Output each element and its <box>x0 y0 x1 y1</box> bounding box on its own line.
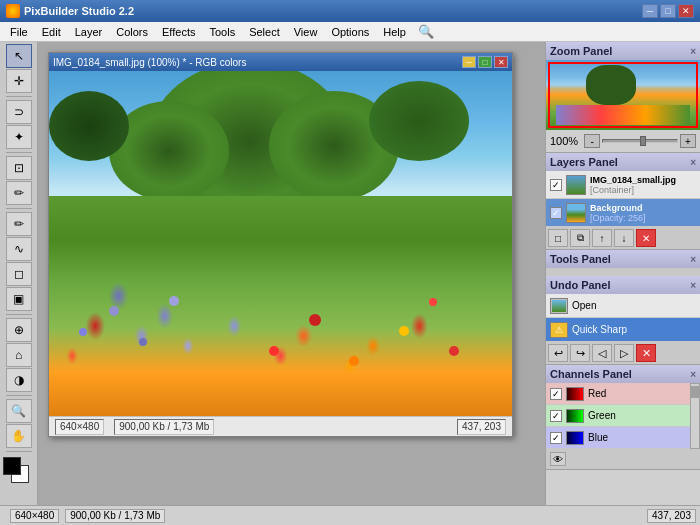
image-status-bar: 640×480 900,00 Kb / 1,73 Mb 437, 203 <box>49 416 512 436</box>
garden-image <box>49 71 512 416</box>
channel-row-red[interactable]: ✓ Red <box>546 383 690 405</box>
clear-history-btn[interactable]: ✕ <box>636 344 656 362</box>
duplicate-layer-btn[interactable]: ⧉ <box>570 229 590 247</box>
blue-channel-check[interactable]: ✓ <box>550 432 562 444</box>
flower-3 <box>139 338 147 346</box>
crop-tool-btn[interactable]: ⊡ <box>6 156 32 180</box>
coordinates-text: 437, 203 <box>652 510 691 521</box>
toolbar-separator-1 <box>6 96 32 97</box>
blue-channel-name: Blue <box>588 432 686 443</box>
channel-row-green[interactable]: ✓ Green <box>546 405 690 427</box>
img-maximize-btn[interactable]: □ <box>478 56 492 68</box>
menu-options[interactable]: Options <box>325 24 375 40</box>
green-channel-thumb <box>566 409 584 423</box>
delete-layer-btn[interactable]: ✕ <box>636 229 656 247</box>
menu-select[interactable]: Select <box>243 24 286 40</box>
toolbar-separator-3 <box>6 208 32 209</box>
foreground-color-swatch[interactable] <box>3 457 21 475</box>
step-back-btn[interactable]: ◁ <box>592 344 612 362</box>
smudge-btn[interactable]: ⌂ <box>6 343 32 367</box>
move-tool-btn[interactable]: ✛ <box>6 69 32 93</box>
img-minimize-btn[interactable]: ─ <box>462 56 476 68</box>
menu-help[interactable]: Help <box>377 24 412 40</box>
undo-row-quicksharp[interactable]: ⚠ Quick Sharp <box>546 318 700 342</box>
color-swatches[interactable] <box>3 457 35 485</box>
layer-row-container[interactable]: ✓ IMG_0184_small.jpg [Container] <box>546 171 700 199</box>
flower-1 <box>79 328 87 336</box>
flower-red-1 <box>269 346 279 356</box>
tools-panel-title: Tools Panel <box>550 253 611 265</box>
zoom-selection-rect <box>548 62 698 128</box>
zoom-tool-btn[interactable]: 🔍 <box>6 399 32 423</box>
zoom-preview[interactable] <box>546 60 700 130</box>
tools-panel-header: Tools Panel × <box>546 250 700 268</box>
flower-4 <box>169 296 179 306</box>
zoom-out-btn[interactable]: - <box>584 134 600 148</box>
dodge-btn[interactable]: ◑ <box>6 368 32 392</box>
image-window: IMG_0184_small.jpg (100%) * - RGB colors… <box>48 52 513 437</box>
flower-yellow-1 <box>399 326 409 336</box>
menu-view[interactable]: View <box>288 24 324 40</box>
toolbar-separator-6 <box>6 451 32 452</box>
close-button[interactable]: ✕ <box>678 4 694 18</box>
menu-edit[interactable]: Edit <box>36 24 67 40</box>
zoom-in-btn[interactable]: + <box>680 134 696 148</box>
redo-btn[interactable]: ↪ <box>570 344 590 362</box>
tools-panel: Tools Panel × <box>546 250 700 276</box>
coordinates-status: 437, 203 <box>647 509 696 523</box>
lasso-tool-btn[interactable]: ⊃ <box>6 100 32 124</box>
layer-visible-check-2[interactable]: ✓ <box>550 207 562 219</box>
undo-panel-title: Undo Panel <box>550 279 611 291</box>
minimize-button[interactable]: ─ <box>642 4 658 18</box>
image-window-titlebar: IMG_0184_small.jpg (100%) * - RGB colors… <box>49 53 512 71</box>
paintbrush-btn[interactable]: ∿ <box>6 237 32 261</box>
channel-visibility-btn[interactable]: 👁 <box>550 452 566 466</box>
step-forward-btn[interactable]: ▷ <box>614 344 634 362</box>
zoom-panel-close[interactable]: × <box>690 46 696 57</box>
undo-panel-close[interactable]: × <box>690 280 696 291</box>
move-layer-up-btn[interactable]: ↑ <box>592 229 612 247</box>
img-close-btn[interactable]: ✕ <box>494 56 508 68</box>
menu-file[interactable]: File <box>4 24 34 40</box>
selection-tool-btn[interactable]: ↖ <box>6 44 32 68</box>
flower-red-3 <box>429 298 437 306</box>
clone-btn[interactable]: ⊕ <box>6 318 32 342</box>
layer-row-background[interactable]: ✓ Background [Opacity: 256] <box>546 199 700 227</box>
channels-panel-close[interactable]: × <box>690 369 696 380</box>
channels-scrollbar[interactable] <box>690 383 700 449</box>
channels-footer: 👁 <box>546 449 700 469</box>
menu-effects[interactable]: Effects <box>156 24 201 40</box>
status-left: 640×480 900,00 Kb / 1,73 Mb <box>4 509 165 523</box>
menu-tools[interactable]: Tools <box>203 24 241 40</box>
menu-colors[interactable]: Colors <box>110 24 154 40</box>
channel-row-blue[interactable]: ✓ Blue <box>546 427 690 449</box>
green-channel-check[interactable]: ✓ <box>550 410 562 422</box>
magic-wand-btn[interactable]: ✦ <box>6 125 32 149</box>
undo-panel-header: Undo Panel × <box>546 276 700 294</box>
layer-visible-check-1[interactable]: ✓ <box>550 179 562 191</box>
canvas-area[interactable]: IMG_0184_small.jpg (100%) * - RGB colors… <box>38 42 545 505</box>
tools-panel-close[interactable]: × <box>690 254 696 265</box>
undo-btn[interactable]: ↩ <box>548 344 568 362</box>
undo-quicksharp-label: Quick Sharp <box>572 324 627 335</box>
fill-btn[interactable]: ▣ <box>6 287 32 311</box>
move-layer-down-btn[interactable]: ↓ <box>614 229 634 247</box>
layer-name-1: IMG_0184_small.jpg [Container] <box>590 175 696 195</box>
file-size-text: 900,00 Kb / 1,73 Mb <box>70 510 160 521</box>
maximize-button[interactable]: □ <box>660 4 676 18</box>
zoom-slider[interactable] <box>602 139 678 143</box>
eyedropper-btn[interactable]: ✏ <box>6 181 32 205</box>
undo-row-open[interactable]: Open <box>546 294 700 318</box>
zoom-controls: 100% - + <box>546 130 700 152</box>
layers-panel-close[interactable]: × <box>690 157 696 168</box>
undo-quicksharp-icon: ⚠ <box>550 322 568 338</box>
red-channel-check[interactable]: ✓ <box>550 388 562 400</box>
new-layer-btn[interactable]: □ <box>548 229 568 247</box>
file-size-status: 900,00 Kb / 1,73 Mb <box>65 509 165 523</box>
menu-layer[interactable]: Layer <box>69 24 109 40</box>
search-icon[interactable]: 🔍 <box>418 24 434 39</box>
pencil-tool-btn[interactable]: ✏ <box>6 212 32 236</box>
toolbar-separator-5 <box>6 395 32 396</box>
hand-tool-btn[interactable]: ✋ <box>6 424 32 448</box>
eraser-btn[interactable]: ◻ <box>6 262 32 286</box>
